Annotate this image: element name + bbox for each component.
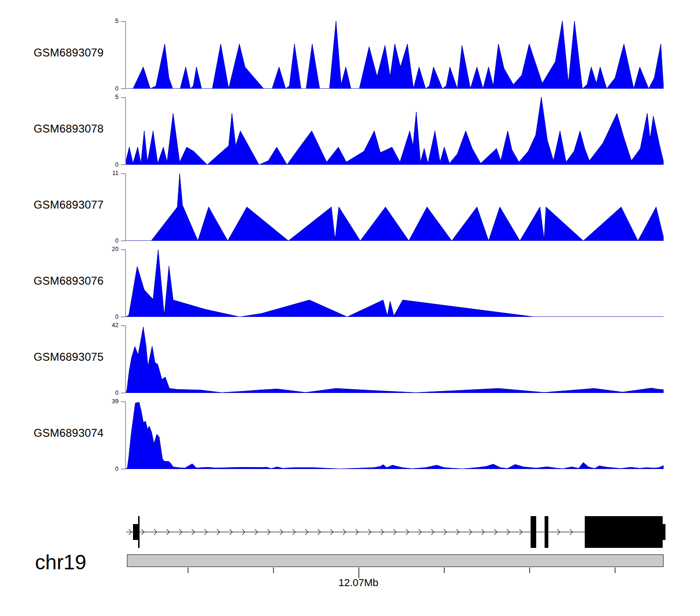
coverage-track-4: GSM6893076 20 0 [0, 249, 700, 317]
coverage-track-3: GSM6893077 11 0 [0, 173, 700, 241]
coverage-track-6: GSM6893074 39 0 [0, 401, 700, 469]
track-label: GSM6893076 [34, 274, 104, 287]
y-axis-max-label: 39 [95, 398, 119, 405]
genome-browser: GSM6893079 5 0 GSM6893078 5 0 GSM6893077… [0, 0, 700, 616]
axis-tick [529, 567, 530, 573]
y-axis-max-label: 5 [95, 94, 119, 100]
coverage-area [126, 21, 664, 89]
position-tick-label: 12.07Mb [312, 577, 405, 589]
chromosome-name-label: chr19 [35, 551, 86, 574]
y-axis-max-label: 20 [95, 246, 119, 252]
coverage-area-plot [126, 325, 664, 393]
track-label: GSM6893075 [34, 350, 104, 364]
y-axis-bracket [120, 173, 126, 241]
coverage-area-plot [126, 249, 664, 317]
coverage-area [126, 174, 664, 241]
track-label: GSM6893078 [34, 122, 104, 135]
coverage-track-5: GSM6893075 42 0 [0, 325, 700, 393]
coverage-track-1: GSM6893079 5 0 [0, 21, 700, 89]
exon-box [545, 516, 548, 548]
exon-box [531, 516, 536, 548]
axis-tick [188, 567, 189, 573]
coverage-area [126, 97, 664, 165]
y-axis-min-label: 0 [95, 390, 119, 396]
coverage-area-plot [126, 97, 664, 165]
y-axis-bracket [120, 97, 126, 165]
coverage-area [126, 250, 664, 317]
coverage-area-plot [126, 173, 664, 241]
y-axis-min-label: 0 [95, 85, 119, 92]
coverage-area-plot [126, 21, 664, 89]
y-axis-bracket [120, 249, 126, 317]
gene-model-track [126, 506, 667, 558]
y-axis-max-label: 42 [95, 322, 119, 329]
track-label: GSM6893074 [34, 427, 104, 440]
exon-box [585, 516, 663, 548]
axis-tick [273, 567, 274, 573]
y-axis-min-label: 0 [95, 161, 119, 168]
utr-box [663, 524, 665, 540]
y-axis-bracket [120, 401, 126, 469]
coverage-area [126, 327, 664, 393]
coverage-area [126, 402, 664, 469]
track-label: GSM6893077 [34, 198, 104, 211]
exon-box [138, 516, 140, 548]
y-axis-bracket [120, 21, 126, 89]
y-axis-min-label: 0 [95, 466, 119, 472]
track-label: GSM6893079 [34, 46, 104, 59]
axis-tick [444, 567, 445, 573]
y-axis-bracket [120, 325, 126, 393]
axis-tick [615, 567, 616, 573]
coverage-area-plot [126, 401, 664, 469]
y-axis-min-label: 0 [95, 238, 119, 244]
coverage-track-2: GSM6893078 5 0 [0, 97, 700, 165]
y-axis-min-label: 0 [95, 314, 119, 320]
y-axis-max-label: 5 [95, 18, 119, 24]
y-axis-max-label: 11 [95, 170, 119, 176]
chromosome-ideogram-bar [127, 554, 664, 567]
